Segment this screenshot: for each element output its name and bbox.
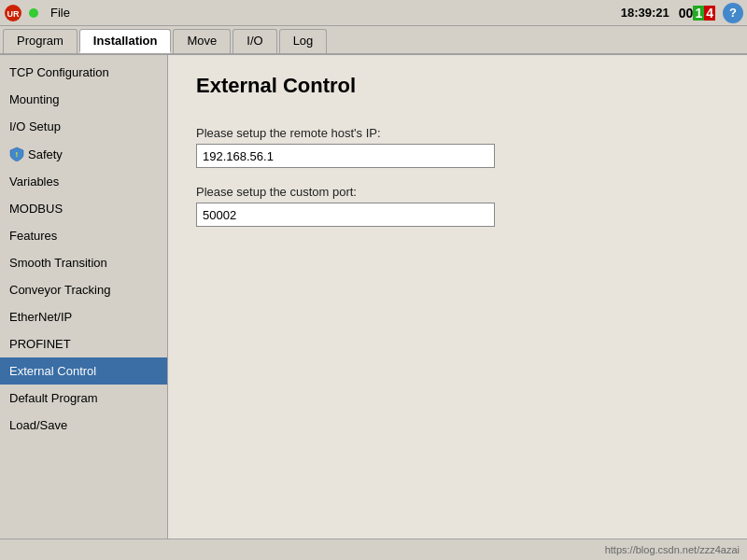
svg-point-2 (29, 8, 38, 18)
tab-move[interactable]: Move (173, 29, 231, 53)
clock: 18:39:21 (621, 6, 669, 20)
sidebar-item-safety-label: Safety (28, 147, 63, 161)
sidebar-item-ethernet-ip[interactable]: EtherNet/IP (0, 303, 167, 330)
counter-digit-00: 00 (679, 6, 694, 21)
ip-form-group: Please setup the remote host's IP: (196, 126, 719, 168)
tab-io[interactable]: I/O (233, 29, 276, 53)
content-area: External Control Please setup the remote… (168, 55, 747, 539)
tab-log[interactable]: Log (279, 29, 328, 53)
ip-input[interactable] (196, 144, 495, 168)
statusbar: https://blog.csdn.net/zzz4azai (0, 539, 747, 559)
sidebar-item-profinet[interactable]: PROFINET (0, 330, 167, 357)
port-input[interactable] (196, 203, 495, 227)
main-area: TCP Configuration Mounting I/O Setup ! S… (0, 55, 747, 539)
page-title: External Control (196, 74, 719, 98)
tab-program[interactable]: Program (3, 29, 78, 53)
sidebar-item-variables[interactable]: Variables (0, 168, 167, 195)
status-url: https://blog.csdn.net/zzz4azai (605, 544, 740, 555)
sidebar-item-conveyor-tracking[interactable]: Conveyor Tracking (0, 276, 167, 303)
status-dot (28, 7, 39, 19)
counter-digit-4: 4 (704, 6, 715, 21)
sidebar-item-io-setup[interactable]: I/O Setup (0, 113, 167, 140)
tab-installation[interactable]: Installation (79, 29, 172, 53)
sidebar-item-smooth-transition[interactable]: Smooth Transition (0, 249, 167, 276)
svg-text:UR: UR (7, 9, 20, 19)
ip-label: Please setup the remote host's IP: (196, 126, 719, 140)
port-label: Please setup the custom port: (196, 185, 719, 199)
sidebar-item-mounting[interactable]: Mounting (0, 86, 167, 113)
ur-logo: UR (4, 4, 22, 22)
titlebar: UR File 18:39:21 0014 ? (0, 0, 747, 26)
sidebar-item-modbus[interactable]: MODBUS (0, 195, 167, 222)
tabbar: Program Installation Move I/O Log (0, 26, 747, 55)
sidebar-item-load-save[interactable]: Load/Save (0, 412, 167, 439)
help-button[interactable]: ? (723, 3, 743, 23)
port-form-group: Please setup the custom port: (196, 185, 719, 227)
sidebar-item-features[interactable]: Features (0, 222, 167, 249)
sidebar-item-external-control[interactable]: External Control (0, 357, 167, 385)
sidebar-item-safety[interactable]: ! Safety (0, 140, 167, 168)
sidebar: TCP Configuration Mounting I/O Setup ! S… (0, 55, 168, 539)
svg-text:!: ! (16, 151, 18, 158)
sidebar-item-default-program[interactable]: Default Program (0, 385, 167, 412)
counter-digit-1: 1 (693, 6, 704, 21)
file-menu[interactable]: File (45, 4, 76, 21)
shield-icon: ! (9, 147, 24, 161)
sidebar-item-tcp-config[interactable]: TCP Configuration (0, 59, 167, 86)
counter: 0014 (679, 6, 715, 21)
